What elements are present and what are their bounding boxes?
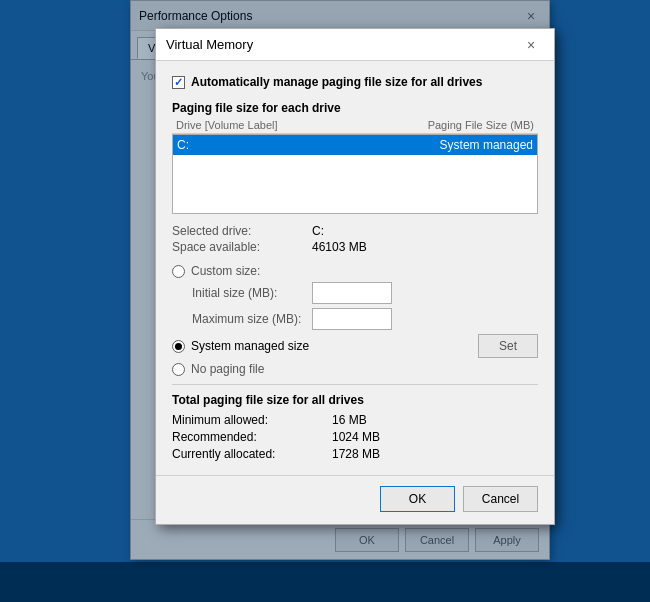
maximum-size-label: Maximum size (MB): — [192, 312, 312, 326]
drive-col-header: Drive [Volume Label] — [176, 119, 278, 131]
custom-size-radio[interactable] — [172, 265, 185, 278]
paging-section-title: Paging file size for each drive — [172, 101, 538, 115]
maximum-size-row: Maximum size (MB): — [172, 308, 538, 330]
drive-size: System managed — [440, 138, 533, 152]
vm-body: Automatically manage paging file size fo… — [156, 61, 554, 475]
space-available-value: 46103 MB — [312, 240, 538, 254]
maximum-size-input[interactable] — [312, 308, 392, 330]
initial-size-row: Initial size (MB): — [172, 282, 538, 304]
custom-size-label: Custom size: — [191, 264, 260, 278]
drive-list[interactable]: C: System managed — [172, 134, 538, 214]
no-paging-radio[interactable] — [172, 363, 185, 376]
total-section: Total paging file size for all drives Mi… — [172, 393, 538, 461]
vm-divider — [172, 384, 538, 385]
vm-ok-button[interactable]: OK — [380, 486, 455, 512]
auto-manage-checkbox[interactable] — [172, 76, 185, 89]
total-title: Total paging file size for all drives — [172, 393, 538, 407]
no-paging-row[interactable]: No paging file — [172, 362, 538, 376]
system-managed-set-row: System managed size Set — [172, 334, 538, 358]
vm-cancel-button[interactable]: Cancel — [463, 486, 538, 512]
system-managed-row[interactable]: System managed size — [172, 339, 309, 353]
recommended-label: Recommended: — [172, 430, 332, 444]
no-paging-label: No paging file — [191, 362, 264, 376]
min-allowed-label: Minimum allowed: — [172, 413, 332, 427]
total-grid: Minimum allowed: 16 MB Recommended: 1024… — [172, 413, 538, 461]
custom-size-row[interactable]: Custom size: — [172, 264, 538, 278]
vm-close-button[interactable]: × — [518, 32, 544, 58]
system-managed-label: System managed size — [191, 339, 309, 353]
auto-manage-label: Automatically manage paging file size fo… — [191, 75, 482, 89]
size-col-header: Paging File Size (MB) — [428, 119, 534, 131]
vm-footer: OK Cancel — [156, 475, 554, 524]
drive-table-header: Drive [Volume Label] Paging File Size (M… — [172, 119, 538, 134]
drive-letter: C: — [177, 138, 189, 152]
initial-size-label: Initial size (MB): — [192, 286, 312, 300]
selected-drive-label: Selected drive: — [172, 224, 312, 238]
min-allowed-value: 16 MB — [332, 413, 538, 427]
vm-dialog: Virtual Memory × Automatically manage pa… — [155, 28, 555, 525]
drive-row-c[interactable]: C: System managed — [173, 135, 537, 155]
recommended-value: 1024 MB — [332, 430, 538, 444]
currently-allocated-label: Currently allocated: — [172, 447, 332, 461]
currently-allocated-value: 1728 MB — [332, 447, 538, 461]
set-button[interactable]: Set — [478, 334, 538, 358]
auto-manage-row[interactable]: Automatically manage paging file size fo… — [172, 75, 538, 89]
vm-title: Virtual Memory — [166, 37, 518, 52]
radio-section: Custom size: Initial size (MB): Maximum … — [172, 264, 538, 376]
initial-size-input[interactable] — [312, 282, 392, 304]
system-managed-radio[interactable] — [172, 340, 185, 353]
vm-titlebar: Virtual Memory × — [156, 29, 554, 61]
drive-info: Selected drive: C: Space available: 4610… — [172, 224, 538, 254]
space-available-label: Space available: — [172, 240, 312, 254]
selected-drive-value: C: — [312, 224, 538, 238]
